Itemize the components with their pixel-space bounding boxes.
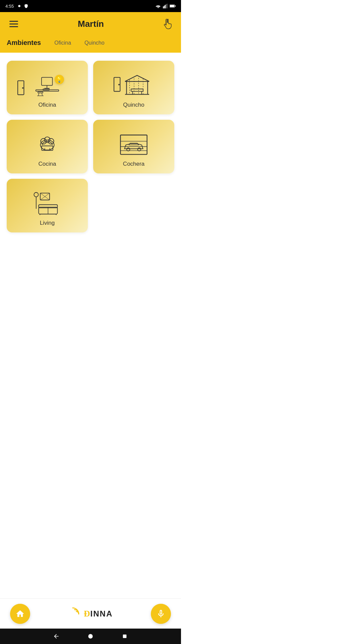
- svg-marker-21: [125, 75, 149, 82]
- svg-rect-29: [131, 89, 143, 91]
- signal-icon: [163, 4, 168, 8]
- tab-oficina[interactable]: Oficina: [54, 40, 71, 46]
- status-bar: 4:55: [0, 0, 181, 12]
- touch-icon[interactable]: [161, 17, 174, 31]
- quincho-icon: [115, 73, 152, 97]
- menu-button[interactable]: [7, 18, 21, 30]
- svg-rect-3: [166, 4, 167, 8]
- cochera-label: Cochera: [123, 161, 144, 167]
- living-label: Living: [40, 220, 55, 226]
- tab-quincho[interactable]: Quincho: [84, 40, 105, 46]
- main-content: 💡: [0, 53, 181, 240]
- cochera-icon: [119, 132, 149, 156]
- quincho-label: Quincho: [123, 102, 144, 108]
- room-card-oficina[interactable]: 💡: [7, 61, 88, 114]
- wifi-icon: [156, 4, 161, 8]
- svg-rect-14: [38, 92, 43, 93]
- svg-rect-40: [120, 135, 147, 154]
- svg-rect-6: [175, 5, 176, 7]
- svg-rect-10: [42, 77, 53, 86]
- svg-point-33: [41, 139, 46, 144]
- cocina-icon: [34, 132, 61, 156]
- svg-line-15: [38, 93, 39, 96]
- svg-rect-1: [164, 6, 165, 8]
- rooms-grid: 💡: [7, 61, 174, 232]
- svg-rect-0: [163, 6, 164, 8]
- room-card-cochera[interactable]: Cochera: [93, 120, 174, 173]
- svg-rect-4: [167, 4, 168, 8]
- shield-icon: [24, 4, 28, 8]
- tabs-row: Ambientes Oficina Quincho: [7, 36, 174, 53]
- gear-icon: [16, 4, 21, 8]
- oficina-label: Oficina: [39, 102, 56, 108]
- header: Martín Ambientes Oficina Quincho: [0, 12, 181, 53]
- battery-icon: [170, 4, 176, 8]
- room-card-living[interactable]: Living: [7, 179, 88, 232]
- svg-point-46: [34, 193, 38, 197]
- light-badge: 💡: [55, 75, 64, 84]
- living-icon: [32, 192, 62, 215]
- svg-point-35: [48, 139, 54, 144]
- svg-point-9: [22, 87, 23, 89]
- oficina-icon: 💡: [34, 77, 61, 97]
- svg-point-20: [118, 84, 120, 85]
- svg-rect-7: [170, 5, 174, 7]
- room-card-cocina[interactable]: Cocina: [7, 120, 88, 173]
- room-card-quincho[interactable]: Quincho: [93, 61, 174, 114]
- time-display: 4:55: [5, 4, 14, 9]
- page-title: Martín: [21, 19, 161, 29]
- svg-rect-37: [42, 146, 53, 150]
- cocina-label: Cocina: [39, 161, 56, 167]
- tab-ambientes[interactable]: Ambientes: [7, 39, 41, 47]
- svg-line-16: [42, 93, 43, 96]
- svg-rect-2: [165, 5, 166, 9]
